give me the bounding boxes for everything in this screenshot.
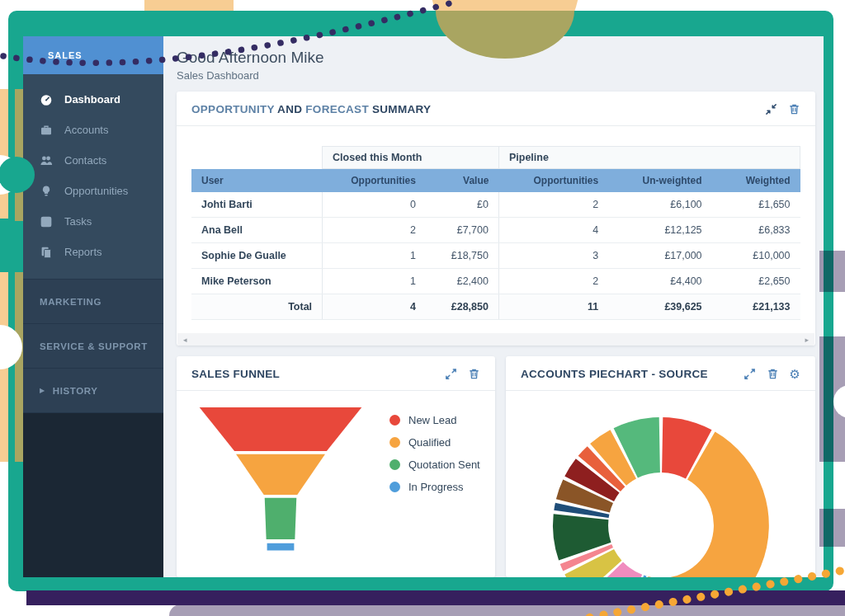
sidebar-section-marketing[interactable]: MARKETING [23,279,163,323]
funnel-stage-qualified [236,454,325,495]
expand-icon[interactable] [445,368,457,380]
funnel-stage-new-lead [200,407,362,451]
scroll-left-arrow-icon[interactable]: ◂ [183,336,187,344]
sidebar-filler [23,412,163,577]
documents-icon [40,246,53,259]
sales-funnel-chart [193,404,368,562]
column-header-un-weighted-pipeline: Un-weighted [608,169,711,193]
main-content: Good Afternoon Mike Sales Dashboard OPPO… [163,36,824,577]
pie-panel-title: ACCOUNTS PIECHART - SOURCE [521,368,708,380]
legend-dot-icon [389,437,400,448]
legend-item-new-lead[interactable]: New Lead [389,414,480,426]
sidebar-items: DashboardAccountsContactsOpportunitiesTa… [23,74,163,267]
value-cell: £12,125 [608,218,711,243]
legend-label: Quotation Sent [408,458,480,471]
value-cell: £7,700 [426,218,499,243]
trash-icon[interactable] [468,368,480,380]
expand-icon[interactable] [744,368,756,380]
accounts-pie-chart [517,393,805,577]
lightbulb-icon [40,185,53,198]
column-header-user: User [191,169,323,193]
legend-dot-icon [389,482,400,492]
column-header-opportunities-pipeline: Opportunities [498,169,608,193]
panel-divider [506,390,815,391]
check-square-icon [40,215,53,228]
marketing-page: { "decor_colors": { "frame_teal": "#18A7… [0,0,845,616]
briefcase-icon [40,124,53,137]
decor-lavender-tab-1 [819,251,845,292]
sidebar-item-label: Reports [64,246,102,258]
sidebar-item-contacts[interactable]: Contacts [23,145,163,176]
forecast-table: Closed this MonthPipelineUserOpportuniti… [191,146,800,320]
decor-purple-bottom-bar [26,590,845,605]
group-header-pipeline: Pipeline [498,147,800,169]
funnel-stage-quotation-sent [265,498,297,539]
legend-item-in-progress[interactable]: In Progress [389,481,480,493]
dashboard-frame: SALES DashboardAccountsContactsOpportuni… [8,11,833,591]
table-row: Ana Bell2£7,7004£12,125£6,833 [191,218,800,243]
funnel-stage-in-progress [267,543,295,551]
gear-icon[interactable]: ⚙ [790,368,800,380]
sidebar-section-service-support[interactable]: SERVICE & SUPPORT [23,323,163,368]
table-row: Johti Barti0£02£6,100£1,650 [191,192,800,218]
decor-olive-strip-2 [15,272,23,462]
value-cell: 4 [498,218,608,243]
value-cell: 3 [498,243,608,269]
forecast-title-word: SUMMARY [369,103,431,115]
value-cell: £2,400 [426,269,499,294]
value-cell: £21,133 [712,294,800,320]
sidebar-item-reports[interactable]: Reports [23,237,163,267]
collapse-icon[interactable] [765,103,777,115]
value-cell: 4 [323,294,426,320]
dashboard-icon [40,93,53,106]
legend-label: Qualified [408,436,451,449]
value-cell: £4,400 [608,269,711,294]
value-cell: £2,650 [712,269,800,294]
value-cell: 0 [323,192,426,218]
user-name-cell: Mike Peterson [191,269,323,294]
sidebar-section-label: MARKETING [40,297,101,307]
sales-funnel-panel: SALES FUNNEL New LeadQ [177,356,495,577]
legend-label: In Progress [408,481,463,493]
legend-item-quotation-sent[interactable]: Quotation Sent [389,458,480,471]
decor-olive-strip-1 [15,89,23,221]
sidebar-section-label: HISTORY [53,386,98,396]
table-total-row: Total4£28,85011£39,625£21,133 [191,294,800,320]
sidebar-section-history[interactable]: ▶HISTORY [23,368,163,412]
value-cell: £17,000 [608,243,711,269]
sidebar-item-tasks[interactable]: Tasks [23,206,163,237]
value-cell: £10,000 [712,243,800,269]
sidebar-item-accounts[interactable]: Accounts [23,115,163,145]
column-header-opportunities: Opportunities [323,169,426,193]
sidebar-item-label: Opportunities [64,185,128,197]
column-header-value: Value [426,169,499,193]
users-icon [40,154,53,167]
value-cell: £0 [426,192,499,218]
column-header-weighted-pipeline: Weighted [712,169,800,193]
table-group-header-row: Closed this MonthPipeline [191,147,800,169]
horizontal-scrollbar[interactable]: ◂ ▸ [177,333,814,346]
funnel-panel-title: SALES FUNNEL [191,368,280,380]
forecast-panel-title: OPPORTUNITY AND FORECAST SUMMARY [191,103,431,115]
sidebar-item-label: Dashboard [64,93,120,106]
value-cell: 1 [323,269,426,294]
sidebar-section-label: SERVICE & SUPPORT [40,341,148,351]
value-cell: 11 [498,294,608,320]
legend-item-qualified[interactable]: Qualified [389,436,480,449]
value-cell: 2 [498,192,608,218]
forecast-title-word: FORECAST [302,103,369,115]
scroll-right-arrow-icon[interactable]: ▸ [805,336,809,344]
value-cell: £6,100 [608,192,711,218]
trash-icon[interactable] [767,368,779,380]
sidebar-item-opportunities[interactable]: Opportunities [23,176,163,206]
opportunity-forecast-panel: OPPORTUNITY AND FORECAST SUMMARY Closed … [177,92,815,346]
trash-icon[interactable] [788,103,800,115]
page-subtitle: Sales Dashboard [177,69,815,82]
sidebar-header-sales[interactable]: SALES [23,36,163,74]
forecast-title-word: OPPORTUNITY [191,103,275,115]
sidebar-item-dashboard[interactable]: Dashboard [23,84,163,115]
forecast-title-word: AND [275,103,303,115]
legend-dot-icon [389,459,400,470]
sidebar-item-label: Tasks [64,215,92,228]
value-cell: 1 [323,243,426,269]
